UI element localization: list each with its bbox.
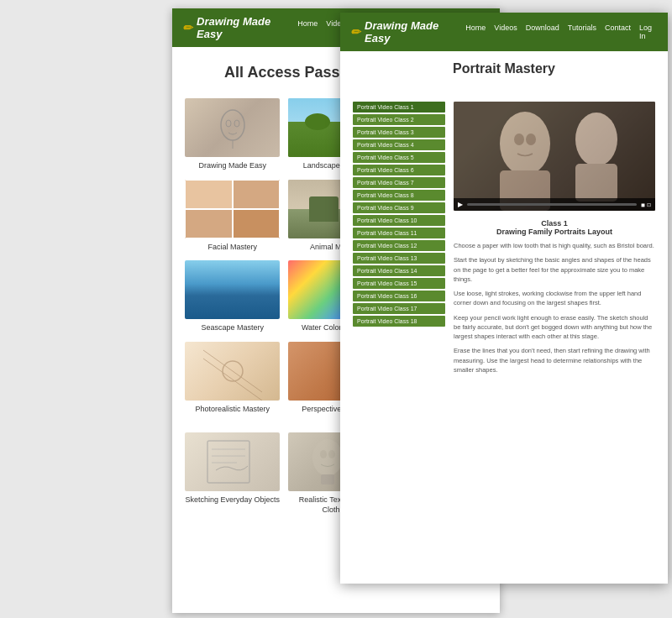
- svg-point-3: [234, 120, 239, 127]
- svg-point-30: [500, 112, 550, 175]
- right-nav-tutorials[interactable]: Tutorials: [568, 24, 596, 40]
- right-nav-home[interactable]: Home: [465, 24, 486, 40]
- playlist-item-4[interactable]: Portrait Video Class 4: [353, 139, 445, 150]
- playlist-item-14[interactable]: Portrait Video Class 14: [353, 265, 445, 276]
- svg-point-26: [320, 450, 327, 458]
- course-sketching[interactable]: Sketching Everyday Objects: [185, 432, 280, 515]
- playlist-item-9[interactable]: Portrait Video Class 9: [353, 202, 445, 213]
- video-controls: ▶ ◼ ⊡: [454, 198, 655, 211]
- thumb-seascape: [185, 260, 280, 319]
- svg-point-33: [526, 134, 536, 145]
- playlist-item-18[interactable]: Portrait Video Class 18: [353, 316, 445, 327]
- playlist-item-7[interactable]: Portrait Video Class 7: [353, 177, 445, 188]
- right-logo-text: Drawing Made Easy: [365, 19, 465, 45]
- pencil-icon: ✏: [182, 21, 192, 34]
- playlist-item-17[interactable]: Portrait Video Class 17: [353, 303, 445, 314]
- class-description-5: Erase the lines that you don't need, the…: [454, 346, 655, 374]
- class-description-4: Keep your pencil work light enough to er…: [454, 313, 655, 342]
- portrait-mastery-title: Portrait Mastery: [353, 61, 655, 76]
- svg-point-34: [575, 113, 617, 166]
- playlist-sidebar: Portrait Video Class 1 Portrait Video Cl…: [353, 102, 445, 381]
- right-header: ✏ Drawing Made Easy Home Videos Download…: [340, 13, 668, 51]
- course-photorealistic[interactable]: Photorealistic Mastery: [185, 342, 280, 424]
- thumb-facial: [185, 180, 280, 238]
- play-button[interactable]: ▶: [458, 201, 463, 208]
- playlist-item-1[interactable]: Portrait Video Class 1: [353, 102, 445, 113]
- playlist-item-16[interactable]: Portrait Video Class 16: [353, 291, 445, 301]
- course-facial-label: Facial Mastery: [185, 243, 280, 253]
- nav-home[interactable]: Home: [297, 19, 318, 36]
- course-seascape-label: Seascape Mastery: [185, 323, 280, 333]
- course-sketching-label: Sketching Everyday Objects: [185, 495, 280, 505]
- right-nav-contact[interactable]: Contact: [605, 24, 631, 40]
- class-description-2: Start the layout by sketching the basic …: [454, 255, 655, 284]
- svg-point-2: [226, 120, 231, 127]
- right-pencil-icon: ✏: [350, 25, 360, 39]
- playlist-item-6[interactable]: Portrait Video Class 6: [353, 165, 445, 175]
- video-time: ◼ ⊡: [641, 202, 651, 207]
- class-number: Class 1: [454, 219, 655, 228]
- right-nav: Home Videos Download Tutorials Contact L…: [465, 24, 658, 40]
- playlist-item-5[interactable]: Portrait Video Class 5: [353, 152, 445, 163]
- class-title: Drawing Family Portraits Layout: [454, 228, 655, 236]
- svg-rect-35: [575, 164, 617, 202]
- class-description-3: Use loose, light strokes, working clockw…: [454, 289, 655, 308]
- svg-line-15: [203, 359, 262, 401]
- svg-line-14: [203, 350, 262, 392]
- course-seascape[interactable]: Seascape Mastery: [185, 260, 280, 333]
- playlist-item-10[interactable]: Portrait Video Class 10: [353, 215, 445, 226]
- playlist-item-3[interactable]: Portrait Video Class 3: [353, 127, 445, 138]
- right-nav-login[interactable]: Log In: [639, 24, 658, 40]
- playlist-item-2[interactable]: Portrait Video Class 2: [353, 114, 445, 125]
- svg-point-27: [328, 450, 335, 458]
- svg-rect-28: [321, 474, 334, 484]
- class-description-1: Choose a paper with low tooth that is hi…: [454, 241, 655, 250]
- thumb-sketching: [185, 432, 280, 491]
- left-logo: ✏ Drawing Made Easy: [182, 15, 297, 40]
- svg-rect-29: [454, 102, 655, 211]
- course-drawing[interactable]: Drawing Made Easy: [185, 98, 280, 171]
- right-page: ✏ Drawing Made Easy Home Videos Download…: [340, 13, 668, 584]
- playlist-item-12[interactable]: Portrait Video Class 12: [353, 240, 445, 251]
- course-facial[interactable]: Facial Mastery: [185, 180, 280, 253]
- course-drawing-label: Drawing Made Easy: [185, 161, 280, 171]
- svg-point-25: [312, 439, 343, 476]
- video-player[interactable]: ▶ ◼ ⊡: [454, 102, 655, 211]
- course-photorealistic-label: Photorealistic Mastery: [185, 405, 280, 415]
- playlist-item-8[interactable]: Portrait Video Class 8: [353, 190, 445, 201]
- playlist-item-15[interactable]: Portrait Video Class 15: [353, 278, 445, 289]
- main-content: ▶ ◼ ⊡ Class 1 Drawing Family Portraits L…: [454, 102, 655, 381]
- right-nav-download[interactable]: Download: [526, 24, 559, 40]
- svg-point-32: [514, 134, 524, 145]
- thumb-photorealistic: [185, 342, 280, 401]
- svg-point-0: [221, 110, 244, 140]
- progress-bar[interactable]: [467, 203, 637, 206]
- class-info: Class 1 Drawing Family Portraits Layout …: [454, 219, 655, 374]
- video-thumbnail: [454, 102, 655, 211]
- right-logo: ✏ Drawing Made Easy: [350, 19, 465, 45]
- left-logo-text: Drawing Made Easy: [197, 15, 297, 40]
- playlist-item-11[interactable]: Portrait Video Class 11: [353, 228, 445, 238]
- playlist-item-13[interactable]: Portrait Video Class 13: [353, 253, 445, 264]
- svg-rect-21: [207, 441, 249, 483]
- right-content: Portrait Video Class 1 Portrait Video Cl…: [340, 89, 668, 394]
- right-nav-videos[interactable]: Videos: [494, 24, 517, 40]
- thumb-drawing: [185, 98, 280, 157]
